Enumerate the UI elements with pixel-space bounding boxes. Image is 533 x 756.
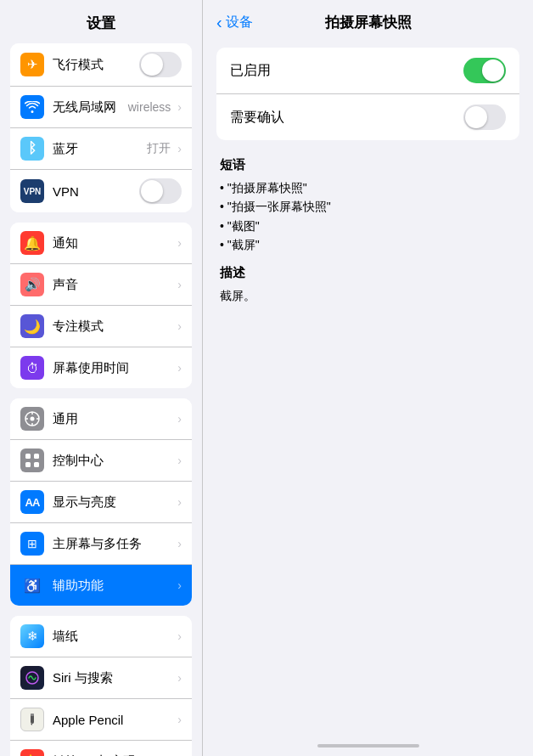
sidebar-item-label: 无线局域网 xyxy=(53,99,128,116)
sidebar-item-sound[interactable]: 🔊 声音 › xyxy=(10,264,192,306)
chevron-right-icon: › xyxy=(177,671,182,685)
sidebar-item-label: 主屏幕与多任务 xyxy=(53,536,174,552)
sidebar-item-label: Apple Pencil xyxy=(53,713,174,727)
sidebar-item-label: 声音 xyxy=(53,277,174,293)
sidebar-item-label: 辅助功能 xyxy=(53,578,174,594)
chevron-right-icon: › xyxy=(177,713,182,726)
bottom-bar xyxy=(203,739,533,756)
sidebar-item-general[interactable]: 通用 › xyxy=(10,398,192,440)
sound-icon: 🔊 xyxy=(20,273,44,296)
sidebar-title: 设置 xyxy=(0,0,202,43)
svg-rect-6 xyxy=(25,454,31,459)
chevron-right-icon: › xyxy=(177,495,182,509)
settings-row-confirm: 需要确认 xyxy=(216,94,519,140)
chevron-right-icon: › xyxy=(177,236,182,250)
panel-content: 已启用 需要确认 短语 "拍摄屏幕快照" "拍摄一张屏幕快照" "截图" "截屏… xyxy=(203,41,533,739)
chevron-right-icon: › xyxy=(177,142,182,155)
sidebar-item-display[interactable]: AA 显示与亮度 › xyxy=(10,482,192,523)
chevron-right-icon: › xyxy=(177,100,182,114)
sidebar-item-applepencil[interactable]: Apple Pencil › xyxy=(10,699,192,741)
bluetooth-value: 打开 xyxy=(147,141,171,156)
sidebar-item-label: 通用 xyxy=(53,411,174,427)
wifi-icon xyxy=(20,95,44,119)
siri-icon xyxy=(20,666,44,690)
sidebar: 设置 ✈ 飞行模式 无线局域网 wireless xyxy=(0,0,202,756)
panel-title: 拍摄屏幕快照 xyxy=(325,13,412,32)
sidebar-item-homescreen[interactable]: ⊞ 主屏幕与多任务 › xyxy=(10,523,192,565)
sidebar-item-siri[interactable]: Siri 与搜索 › xyxy=(10,657,192,699)
sidebar-group-apps: ❄ 墙纸 › Siri 与搜索 › xyxy=(10,616,192,756)
sidebar-item-bluetooth[interactable]: ᛒ 蓝牙 打开 › xyxy=(10,128,192,170)
bullet-list: "拍摄屏幕快照" "拍摄一张屏幕快照" "截图" "截屏" xyxy=(220,178,516,255)
chevron-right-icon: › xyxy=(177,361,182,375)
chevron-right-icon: › xyxy=(177,319,182,333)
screentime-icon: ⏱ xyxy=(20,356,44,380)
accessibility-icon: ♿ xyxy=(20,573,44,597)
sidebar-item-accessibility[interactable]: ♿ 辅助功能 › xyxy=(10,565,192,606)
chevron-right-icon: › xyxy=(177,629,182,643)
general-icon xyxy=(20,407,44,431)
sidebar-item-label: 通知 xyxy=(53,235,174,251)
sidebar-item-label: 控制中心 xyxy=(53,453,174,469)
phrase-item-2: "拍摄一张屏幕快照" xyxy=(220,197,516,216)
svg-rect-9 xyxy=(34,462,39,467)
phrase-item-3: "截图" xyxy=(220,217,516,235)
description-text: 截屏。 xyxy=(220,286,516,305)
settings-row-enabled: 已启用 xyxy=(216,48,519,94)
display-icon: AA xyxy=(20,490,44,514)
sidebar-item-label: 显示与亮度 xyxy=(53,494,174,511)
chevron-right-icon: › xyxy=(177,537,182,550)
sidebar-item-label: 触控 ID 与密码 xyxy=(53,753,174,757)
phrases-list: "拍摄屏幕快照" "拍摄一张屏幕快照" "截图" "截屏" xyxy=(220,178,516,255)
sidebar-group-general: 通用 › 控制中心 › AA 显示与亮度 › xyxy=(10,398,192,606)
vpn-toggle[interactable] xyxy=(139,178,182,204)
phrase-item-4: "截屏" xyxy=(220,235,516,254)
enabled-toggle[interactable] xyxy=(463,58,506,83)
controlcenter-icon xyxy=(20,449,44,472)
sidebar-item-touchid[interactable]: 👆 触控 ID 与密码 › xyxy=(10,741,192,756)
chevron-right-icon: › xyxy=(177,278,182,291)
back-label: 设备 xyxy=(226,14,253,31)
back-button[interactable]: ‹ 设备 xyxy=(216,13,253,32)
home-indicator xyxy=(317,744,419,748)
touchid-icon: 👆 xyxy=(20,749,44,756)
homescreen-icon: ⊞ xyxy=(20,532,44,556)
sidebar-scroll: ✈ 飞行模式 无线局域网 wireless › ᛒ xyxy=(0,43,202,756)
vpn-icon: VPN xyxy=(20,179,44,203)
sidebar-item-screentime[interactable]: ⏱ 屏幕使用时间 › xyxy=(10,347,192,388)
chevron-right-icon: › xyxy=(177,454,182,467)
panel-header: ‹ 设备 拍摄屏幕快照 xyxy=(203,0,533,41)
sidebar-item-vpn[interactable]: VPN VPN xyxy=(10,170,192,212)
main-panel: ‹ 设备 拍摄屏幕快照 已启用 需要确认 短语 "拍摄屏幕快照" "拍摄一张屏幕… xyxy=(202,0,533,756)
sidebar-item-label: 蓝牙 xyxy=(53,141,147,157)
bluetooth-icon: ᛒ xyxy=(20,137,44,161)
sidebar-item-airplane[interactable]: ✈ 飞行模式 xyxy=(10,43,192,87)
sidebar-item-wifi[interactable]: 无线局域网 wireless › xyxy=(10,87,192,128)
focus-icon: 🌙 xyxy=(20,314,44,338)
enabled-label: 已启用 xyxy=(230,62,463,80)
sidebar-item-label: Siri 与搜索 xyxy=(53,670,174,686)
sidebar-item-label: VPN xyxy=(53,184,139,199)
back-chevron-icon: ‹ xyxy=(216,13,222,32)
info-section: 短语 "拍摄屏幕快照" "拍摄一张屏幕快照" "截图" "截屏" 描述 截屏。 xyxy=(216,157,519,305)
applepencil-icon xyxy=(20,708,44,731)
sidebar-item-notifications[interactable]: 🔔 通知 › xyxy=(10,223,192,264)
svg-rect-7 xyxy=(34,454,39,459)
settings-toggles-group: 已启用 需要确认 xyxy=(216,48,519,140)
confirm-label: 需要确认 xyxy=(230,109,463,127)
sidebar-item-focus[interactable]: 🌙 专注模式 › xyxy=(10,306,192,347)
sidebar-item-controlcenter[interactable]: 控制中心 › xyxy=(10,440,192,482)
sidebar-item-wallpaper[interactable]: ❄ 墙纸 › xyxy=(10,616,192,657)
svg-rect-13 xyxy=(31,714,34,716)
sidebar-item-label: 屏幕使用时间 xyxy=(53,360,174,376)
wallpaper-icon: ❄ xyxy=(20,624,44,648)
confirm-toggle[interactable] xyxy=(463,104,506,130)
chevron-right-icon: › xyxy=(177,578,182,592)
chevron-right-icon: › xyxy=(177,412,182,426)
airplane-toggle[interactable] xyxy=(139,52,182,77)
svg-point-1 xyxy=(31,417,35,421)
sidebar-item-label: 飞行模式 xyxy=(53,57,139,73)
wifi-value: wireless xyxy=(128,100,171,114)
svg-rect-8 xyxy=(25,462,31,467)
description-title: 描述 xyxy=(220,265,516,281)
